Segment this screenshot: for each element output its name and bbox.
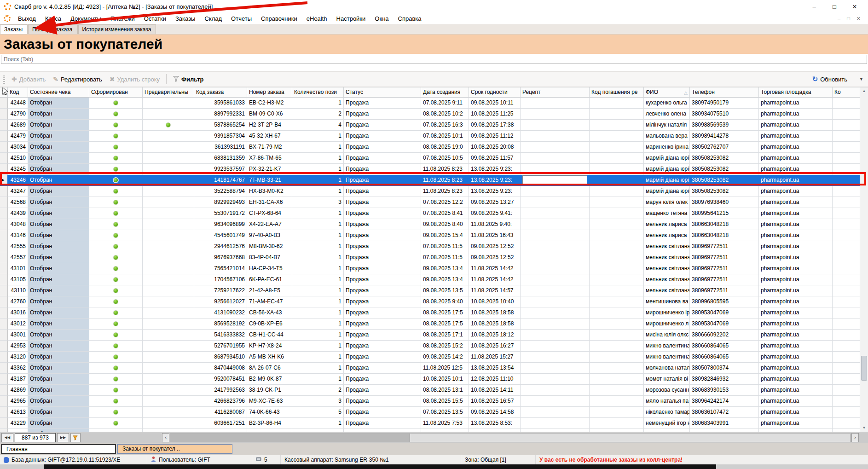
cell-expiry[interactable]: 09.08.2025 11:12 xyxy=(469,131,521,142)
cell-order-code[interactable]: 1704567106 xyxy=(194,274,247,285)
cell-order-number[interactable]: X4-22-EA-A7 xyxy=(247,219,292,230)
cell-expiry[interactable]: 09.08.2025 12:52 xyxy=(469,241,521,252)
cell-formed[interactable] xyxy=(89,307,143,318)
cell-prescription[interactable] xyxy=(521,418,590,429)
cell-extra[interactable] xyxy=(833,263,860,274)
cell-redeem-code[interactable] xyxy=(590,175,644,186)
cell-order-code[interactable]: 3613931191 xyxy=(194,142,247,153)
cell-expiry[interactable]: 10.08.2025 14:11 xyxy=(469,385,521,396)
cell-marketplace[interactable]: pharmapoint.ua xyxy=(759,230,833,241)
cell-prescription[interactable] xyxy=(521,98,590,109)
cell-phone[interactable]: 380953047069 xyxy=(690,307,759,318)
cell-check-state[interactable]: Отобран xyxy=(28,318,89,330)
cell-formed[interactable] xyxy=(89,274,143,285)
row-indicator[interactable] xyxy=(0,109,8,120)
cell-code[interactable]: 42479 xyxy=(8,131,28,142)
cell-preliminary[interactable] xyxy=(143,252,194,263)
cell-fio[interactable]: мельник лариса xyxy=(644,219,690,230)
row-indicator[interactable] xyxy=(0,374,8,385)
column-header-3[interactable]: Сформирован xyxy=(89,87,143,98)
cell-formed[interactable] xyxy=(89,109,143,120)
horizontal-scrollbar[interactable] xyxy=(170,433,851,442)
cell-extra[interactable] xyxy=(833,396,860,407)
cell-order-number[interactable]: 45-32-XH-67 xyxy=(247,131,292,142)
cell-preliminary[interactable] xyxy=(143,186,194,197)
cell-status[interactable]: Продажа xyxy=(344,318,421,330)
cell-phone[interactable]: 380996805595 xyxy=(690,296,759,307)
cell-created[interactable]: 11.08.2025 8:23 xyxy=(421,186,469,197)
cell-extra[interactable] xyxy=(833,120,860,131)
cell-marketplace[interactable]: pharmapoint.ua xyxy=(759,407,833,418)
document-tab-2[interactable]: Позиции заказа xyxy=(28,24,77,34)
menu-item-9[interactable]: Справочники xyxy=(256,14,302,23)
cell-preliminary[interactable] xyxy=(143,363,194,374)
cell-marketplace[interactable]: pharmapoint.ua xyxy=(759,318,833,330)
cell-check-state[interactable]: Отобран xyxy=(28,208,89,219)
cell-created[interactable]: 07.08.2025 10:5 xyxy=(421,153,469,164)
cell-extra[interactable] xyxy=(833,241,860,252)
cell-status[interactable]: Продажа xyxy=(344,252,421,263)
cell-check-state[interactable]: Отобран xyxy=(28,330,89,341)
row-indicator[interactable] xyxy=(0,131,8,142)
cell-order-code[interactable]: 9256612027 xyxy=(194,296,247,307)
cell-phone[interactable]: 380953047069 xyxy=(690,318,759,330)
cell-check-state[interactable]: Отобран xyxy=(28,186,89,197)
cell-prescription[interactable] xyxy=(521,396,590,407)
cell-created[interactable]: 11.08.2025 8:23 xyxy=(421,164,469,175)
cell-formed[interactable] xyxy=(89,318,143,330)
cell-created[interactable]: 09.08.2025 14:2 xyxy=(421,352,469,363)
cell-order-number[interactable]: CT-PX-68-64 xyxy=(247,208,292,219)
menu-item-12[interactable]: Окна xyxy=(370,14,393,23)
cell-redeem-code[interactable] xyxy=(590,407,644,418)
table-row[interactable]: 43245Отобран9923537597PX-32-21-K71Продаж… xyxy=(0,164,860,175)
column-header-6[interactable]: Номер заказа xyxy=(247,87,292,98)
table-row[interactable]: 42760Отобран925661202771-AM-EC-471Продаж… xyxy=(0,296,860,307)
row-indicator[interactable] xyxy=(0,153,8,164)
cell-order-number[interactable]: KP-H7-X8-24 xyxy=(247,341,292,352)
cell-redeem-code[interactable] xyxy=(590,330,644,341)
cell-prescription[interactable] xyxy=(521,120,590,131)
column-header-2[interactable]: Состояние чека xyxy=(28,87,89,98)
cell-fio[interactable]: мельник лариса xyxy=(644,230,690,241)
cell-marketplace[interactable]: pharmapoint.ua xyxy=(759,330,833,341)
cell-formed[interactable] xyxy=(89,296,143,307)
cell-extra[interactable] xyxy=(833,341,860,352)
cell-created[interactable]: 08.08.2025 19:0 xyxy=(421,142,469,153)
cell-extra[interactable] xyxy=(833,274,860,285)
cell-fio[interactable]: михно валентина xyxy=(644,341,690,352)
cell-formed[interactable] xyxy=(89,241,143,252)
cell-extra[interactable] xyxy=(833,374,860,385)
cell-marketplace[interactable]: pharmapoint.ua xyxy=(759,307,833,318)
cell-formed[interactable] xyxy=(89,263,143,274)
table-row[interactable]: 43034Отобран3613931191BX-71-79-M21Продаж… xyxy=(0,142,860,153)
cell-status[interactable]: Продажа xyxy=(344,341,421,352)
column-header-7[interactable]: Количество пози xyxy=(292,87,344,98)
cell-code[interactable]: 43247 xyxy=(8,186,28,197)
cell-formed[interactable] xyxy=(89,219,143,230)
cell-order-number[interactable]: 6K-PA-EC-61 xyxy=(247,274,292,285)
row-indicator[interactable] xyxy=(0,385,8,396)
vertical-scrollbar[interactable]: ▲ ▼ xyxy=(860,87,868,432)
cell-order-number[interactable]: B2-M9-0K-87 xyxy=(247,374,292,385)
cell-formed[interactable] xyxy=(89,142,143,153)
table-row[interactable]: 43362Отобран84704490088A-26-07-C61Продаж… xyxy=(0,363,860,374)
cell-marketplace[interactable]: pharmapoint.ua xyxy=(759,374,833,385)
cell-marketplace[interactable]: pharmapoint.ua xyxy=(759,241,833,252)
row-indicator[interactable] xyxy=(0,330,8,341)
table-row[interactable]: 42557Отобран967693766883-4P-04-B71Продаж… xyxy=(0,252,860,263)
row-indicator[interactable]: ▶ xyxy=(0,175,8,186)
cell-extra[interactable] xyxy=(833,230,860,241)
cell-redeem-code[interactable] xyxy=(590,197,644,208)
row-indicator[interactable] xyxy=(0,252,8,263)
cell-extra[interactable] xyxy=(833,175,860,186)
cell-status[interactable]: Продажа xyxy=(344,230,421,241)
cell-formed[interactable] xyxy=(89,131,143,142)
cell-code[interactable]: 43187 xyxy=(8,374,28,385)
cell-check-state[interactable]: Отобран xyxy=(28,363,89,374)
cell-quantity[interactable]: 1 xyxy=(292,98,344,109)
cell-extra[interactable] xyxy=(833,385,860,396)
cell-fio[interactable]: молчанова натал xyxy=(644,363,690,374)
cell-order-number[interactable]: PX-32-21-K7 xyxy=(247,164,292,175)
search-input[interactable] xyxy=(1,55,867,64)
column-header-10[interactable]: Срок годности xyxy=(469,87,521,98)
